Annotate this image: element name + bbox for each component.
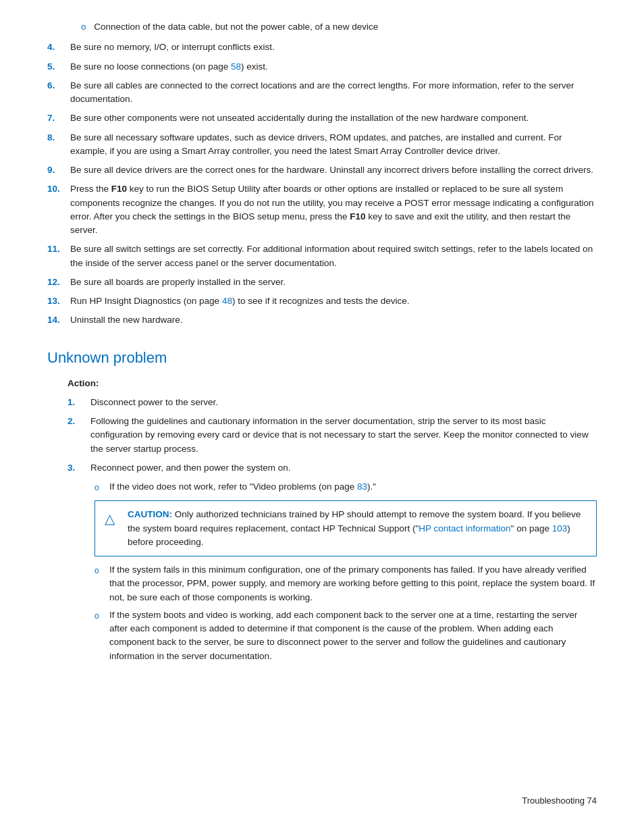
list-item-4: 4. Be sure no memory, I/O, or interrupt … bbox=[47, 41, 597, 54]
unknown-step-text-2: Following the guidelines and cautionary … bbox=[90, 415, 597, 456]
list-text-14: Uninstall the new hardware. bbox=[70, 313, 183, 327]
list-text-8: Be sure all necessary software updates, … bbox=[70, 131, 597, 159]
list-num-10: 10. bbox=[47, 182, 68, 196]
numbered-list: 4. Be sure no memory, I/O, or interrupt … bbox=[47, 41, 597, 327]
unknown-step-1: 1. Disconnect power to the server. bbox=[68, 396, 597, 409]
list-num-7: 7. bbox=[47, 111, 68, 125]
unknown-step-2: 2. Following the guidelines and cautiona… bbox=[68, 415, 597, 456]
step3-bullet-video2: o If the system boots and video is worki… bbox=[95, 608, 597, 663]
list-num-6: 6. bbox=[47, 79, 68, 93]
page-footer: Troubleshooting 74 bbox=[522, 794, 597, 808]
list-text-10: Press the F10 key to run the BIOS Setup … bbox=[70, 182, 597, 237]
unknown-step-text-1: Disconnect power to the server. bbox=[90, 396, 218, 409]
list-item-13: 13. Run HP Insight Diagnostics (on page … bbox=[47, 294, 597, 308]
caution-text: CAUTION: Only authorized technicians tra… bbox=[128, 508, 587, 549]
step3-bullet-minconfig-text: If the system fails in this minimum conf… bbox=[109, 563, 597, 604]
list-item-5: 5. Be sure no loose connections (on page… bbox=[47, 60, 597, 74]
list-text-11: Be sure all switch settings are set corr… bbox=[70, 242, 597, 270]
hp-contact-link[interactable]: HP contact information bbox=[419, 523, 510, 533]
caution-body: Only authorized technicians trained by H… bbox=[128, 509, 581, 547]
bullet-icon-video: o bbox=[95, 480, 107, 494]
unknown-step-3: 3. Reconnect power, and then power the s… bbox=[68, 461, 597, 475]
caution-triangle-icon: △ bbox=[105, 508, 121, 529]
list-num-14: 14. bbox=[47, 313, 68, 327]
step3-bullet-minconfig: o If the system fails in this minimum co… bbox=[95, 563, 597, 604]
action-label: Action: bbox=[68, 377, 597, 390]
step3-more-bullets: o If the system fails in this minimum co… bbox=[95, 563, 597, 663]
list-text-4: Be sure no memory, I/O, or interrupt con… bbox=[70, 41, 275, 54]
bullet-icon-video2: o bbox=[95, 608, 107, 622]
list-item-7: 7. Be sure other components were not uns… bbox=[47, 111, 597, 125]
step3-bullet-video2-text: If the system boots and video is working… bbox=[109, 608, 597, 663]
list-text-9: Be sure all device drivers are the corre… bbox=[70, 163, 593, 177]
caution-box: △ CAUTION: Only authorized technicians t… bbox=[95, 500, 597, 556]
unknown-step-num-3: 3. bbox=[68, 461, 88, 475]
list-item-9: 9. Be sure all device drivers are the co… bbox=[47, 163, 597, 177]
list-num-5: 5. bbox=[47, 60, 68, 74]
unknown-step-num-1: 1. bbox=[68, 396, 88, 409]
bullet-icon-minconfig: o bbox=[95, 563, 107, 577]
step3-bullet-video: o If the video does not work, refer to "… bbox=[95, 480, 597, 494]
list-item-8: 8. Be sure all necessary software update… bbox=[47, 131, 597, 159]
unknown-steps-list: 1. Disconnect power to the server. 2. Fo… bbox=[68, 396, 597, 475]
list-item-10: 10. Press the F10 key to run the BIOS Se… bbox=[47, 182, 597, 237]
list-num-12: 12. bbox=[47, 276, 68, 289]
list-text-5: Be sure no loose connections (on page 58… bbox=[70, 60, 268, 74]
page-48-link[interactable]: 48 bbox=[222, 296, 232, 306]
list-num-9: 9. bbox=[47, 163, 68, 177]
list-text-12: Be sure all boards are properly installe… bbox=[70, 276, 286, 289]
caution-word: CAUTION: bbox=[128, 509, 172, 519]
list-item-11: 11. Be sure all switch settings are set … bbox=[47, 242, 597, 270]
list-item-6: 6. Be sure all cables are connected to t… bbox=[47, 79, 597, 107]
unknown-step-text-3: Reconnect power, and then power the syst… bbox=[90, 461, 290, 475]
list-num-4: 4. bbox=[47, 41, 68, 54]
list-item-12: 12. Be sure all boards are properly inst… bbox=[47, 276, 597, 289]
list-num-8: 8. bbox=[47, 131, 68, 145]
step3-sub-bullets: o If the video does not work, refer to "… bbox=[95, 480, 597, 494]
top-bullet-item: o Connection of the data cable, but not … bbox=[81, 20, 597, 34]
page-103-link[interactable]: 103 bbox=[552, 523, 568, 533]
unknown-step-num-2: 2. bbox=[68, 415, 88, 428]
step3-bullet-video-text: If the video does not work, refer to "Vi… bbox=[109, 480, 597, 494]
unknown-problem-content: Action: 1. Disconnect power to the serve… bbox=[68, 377, 597, 663]
list-num-13: 13. bbox=[47, 294, 68, 308]
list-text-7: Be sure other components were not unseat… bbox=[70, 111, 529, 125]
list-text-6: Be sure all cables are connected to the … bbox=[70, 79, 597, 107]
list-num-11: 11. bbox=[47, 242, 68, 256]
list-item-14: 14. Uninstall the new hardware. bbox=[47, 313, 597, 327]
page-83-link[interactable]: 83 bbox=[357, 481, 367, 492]
section-heading-unknown-problem: Unknown problem bbox=[47, 346, 597, 369]
bullet-icon: o bbox=[81, 22, 86, 32]
page-58-link[interactable]: 58 bbox=[231, 61, 241, 72]
list-text-13: Run HP Insight Diagnostics (on page 48) … bbox=[70, 294, 410, 308]
top-bullet-text: Connection of the data cable, but not th… bbox=[94, 22, 378, 32]
